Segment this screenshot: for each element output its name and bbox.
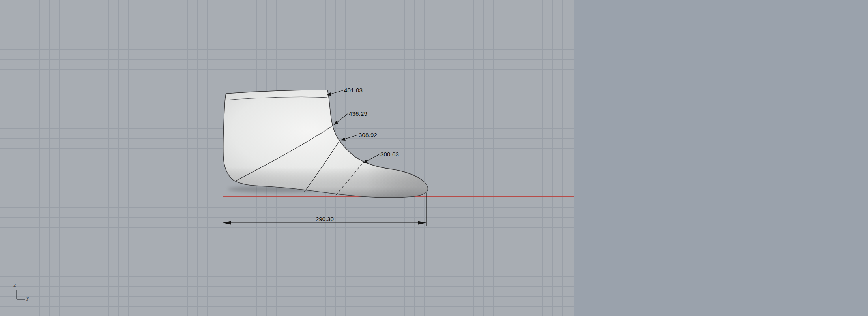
axis-z-label: z: [13, 282, 16, 288]
measurement-label-instep-girth[interactable]: 308.92: [359, 132, 377, 139]
leader-line-436[interactable]: [334, 114, 348, 125]
leader-line-300[interactable]: [363, 154, 379, 163]
scene-svg: [0, 0, 868, 316]
measurement-label-topline[interactable]: 401.03: [344, 87, 363, 94]
dimension-arrow-right: [418, 221, 426, 225]
shoe-last-model[interactable]: [223, 90, 428, 198]
axis-indicator: z y: [10, 281, 34, 305]
dimension-arrow-left: [223, 221, 231, 225]
measurement-label-heel-girth[interactable]: 436.29: [349, 110, 367, 117]
measurement-label-ball-girth[interactable]: 300.63: [380, 151, 399, 158]
leader-line-308[interactable]: [341, 135, 357, 140]
axis-y-label: y: [26, 295, 29, 301]
cad-viewport[interactable]: 401.03 436.29 308.92 300.63 290.30 z y: [0, 0, 868, 316]
model-side-shading: [223, 90, 428, 198]
dimension-label-length[interactable]: 290.30: [312, 216, 337, 223]
leader-line-401[interactable]: [327, 90, 343, 95]
